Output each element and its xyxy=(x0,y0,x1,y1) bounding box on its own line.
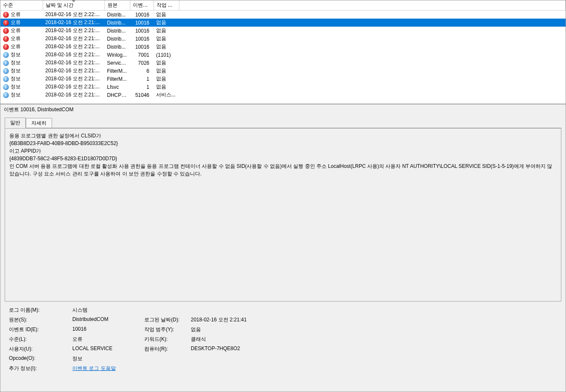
error-icon xyxy=(3,12,9,18)
source-cell: Distrib... xyxy=(104,43,130,51)
filler-cell xyxy=(179,91,566,99)
column-eventid[interactable]: 이벤트... xyxy=(130,0,154,11)
level-cell: 오류 xyxy=(0,35,43,43)
table-row[interactable]: 오류2018-02-16 오전 2:22:...Distrib...10016없… xyxy=(0,11,566,19)
info-icon xyxy=(3,76,9,82)
source-cell: Winlog... xyxy=(104,51,130,59)
date-cell: 2018-02-16 오전 2:21:... xyxy=(43,43,104,51)
date-cell: 2018-02-16 오전 2:21:... xyxy=(43,35,104,43)
logname-value: 시스템 xyxy=(72,307,140,314)
help-link[interactable]: 이벤트 로그 도움말 xyxy=(72,365,116,371)
info-icon xyxy=(3,68,9,74)
date-cell: 2018-02-16 오전 2:21:... xyxy=(43,27,104,35)
task-cell: 없음 xyxy=(154,83,179,91)
filler-cell xyxy=(179,51,566,59)
level-text: 정보 xyxy=(11,83,21,90)
eventid-cell: 6 xyxy=(130,67,154,75)
filler-cell xyxy=(179,11,566,19)
event-list[interactable]: 수준 날짜 및 시간 원본 이벤트... 작업 ... 오류2018-02-16… xyxy=(0,0,566,104)
level-cell: 정보 xyxy=(0,51,43,59)
level-label: 수준(L): xyxy=(9,336,68,343)
user-value: LOCAL SERVICE xyxy=(72,345,140,353)
event-table: 수준 날짜 및 시간 원본 이벤트... 작업 ... 오류2018-02-16… xyxy=(0,0,566,99)
table-row[interactable]: 정보2018-02-16 오전 2:21:...DHCPv...51046서비스… xyxy=(0,91,566,99)
date-cell: 2018-02-16 오전 2:21:... xyxy=(43,59,104,67)
source-cell: Lfsvc xyxy=(104,83,130,91)
source-label: 원본(S): xyxy=(9,316,68,323)
error-icon xyxy=(3,28,9,34)
task-cell: 없음 xyxy=(154,67,179,75)
level-text: 정보 xyxy=(11,91,21,99)
error-icon xyxy=(3,20,9,26)
level-text: 오류 xyxy=(11,19,21,26)
date-cell: 2018-02-16 오전 2:21:... xyxy=(43,19,104,27)
source-cell: FilterM... xyxy=(104,75,130,83)
table-row[interactable]: 정보2018-02-16 오전 2:21:...FilterM...6없음 xyxy=(0,67,566,75)
eventid-cell: 10016 xyxy=(130,27,154,35)
eventid-value: 10016 xyxy=(72,326,140,333)
column-task[interactable]: 작업 ... xyxy=(154,0,179,11)
tab-details[interactable]: 자세히 xyxy=(26,118,52,129)
date-cell: 2018-02-16 오전 2:21:... xyxy=(43,75,104,83)
date-cell: 2018-02-16 오전 2:22:... xyxy=(43,11,104,19)
logged-value: 2018-02-16 오전 2:21:41 xyxy=(191,316,557,323)
filler-cell xyxy=(179,59,566,67)
level-value: 오류 xyxy=(72,336,140,343)
filler-cell xyxy=(179,75,566,83)
level-cell: 정보 xyxy=(0,59,43,67)
user-label: 사용자(U): xyxy=(9,345,68,353)
level-cell: 오류 xyxy=(0,11,43,19)
detail-pane: 이벤트 10016, DistributedCOM 일반 자세히 응용 프로그램… xyxy=(0,104,566,392)
computer-label: 컴퓨터(R): xyxy=(144,345,187,353)
tab-content-general: 응용 프로그램별 권한 설정에서 CLSID가 {6B3B8D23-FA8D-4… xyxy=(5,128,561,387)
level-cell: 오류 xyxy=(0,19,43,27)
source-cell: Distrib... xyxy=(104,11,130,19)
task-cell: 없음 xyxy=(154,35,179,43)
task-cell: 없음 xyxy=(154,27,179,35)
level-text: 오류 xyxy=(11,35,21,42)
eventid-cell: 1 xyxy=(130,75,154,83)
level-cell: 정보 xyxy=(0,83,43,91)
header-row: 수준 날짜 및 시간 원본 이벤트... 작업 ... xyxy=(0,0,566,11)
computer-value: DESKTOP-7HQE8O2 xyxy=(191,345,557,353)
level-text: 정보 xyxy=(11,67,21,74)
error-icon xyxy=(3,36,9,42)
table-row[interactable]: 정보2018-02-16 오전 2:21:...Service...7026없음 xyxy=(0,59,566,67)
filler-cell xyxy=(179,35,566,43)
date-cell: 2018-02-16 오전 2:21:... xyxy=(43,51,104,59)
source-value: DistributedCOM xyxy=(72,316,140,323)
level-cell: 오류 xyxy=(0,43,43,51)
column-level[interactable]: 수준 xyxy=(0,0,43,11)
task-cell: 없음 xyxy=(154,19,179,27)
info-icon xyxy=(3,84,9,90)
tab-general[interactable]: 일반 xyxy=(5,118,26,128)
level-text: 오류 xyxy=(11,27,21,34)
opcode-label: Opcode(O): xyxy=(9,355,68,362)
table-row[interactable]: 오류2018-02-16 오전 2:21:...Distrib...10016없… xyxy=(0,43,566,51)
date-cell: 2018-02-16 오전 2:21:... xyxy=(43,83,104,91)
info-icon xyxy=(3,92,9,98)
date-cell: 2018-02-16 오전 2:21:... xyxy=(43,67,104,75)
column-source[interactable]: 원본 xyxy=(104,0,130,11)
table-row[interactable]: 오류2018-02-16 오전 2:21:...Distrib...10016없… xyxy=(0,19,566,27)
source-cell: FilterM... xyxy=(104,67,130,75)
table-row[interactable]: 정보2018-02-16 오전 2:21:...Lfsvc1없음 xyxy=(0,83,566,91)
eventid-cell: 10016 xyxy=(130,43,154,51)
filler-cell xyxy=(179,19,566,27)
level-text: 정보 xyxy=(11,51,21,58)
table-row[interactable]: 정보2018-02-16 오전 2:21:...FilterM...1없음 xyxy=(0,75,566,83)
table-row[interactable]: 오류2018-02-16 오전 2:21:...Distrib...10016없… xyxy=(0,35,566,43)
task-cell: 없음 xyxy=(154,11,179,19)
column-date[interactable]: 날짜 및 시간 xyxy=(43,0,104,11)
info-icon xyxy=(3,60,9,66)
task-cell: 없음 xyxy=(154,75,179,83)
opcode-value: 정보 xyxy=(72,355,140,362)
moreinfo-label: 추가 정보(I): xyxy=(9,365,68,372)
table-row[interactable]: 정보2018-02-16 오전 2:21:...Winlog...7001(11… xyxy=(0,51,566,59)
eventid-label: 이벤트 ID(E): xyxy=(9,326,68,333)
column-filler xyxy=(179,0,566,11)
table-row[interactable]: 오류2018-02-16 오전 2:21:...Distrib...10016없… xyxy=(0,27,566,35)
event-description[interactable]: 응용 프로그램별 권한 설정에서 CLSID가 {6B3B8D23-FA8D-4… xyxy=(5,128,561,302)
filler-cell xyxy=(179,43,566,51)
eventid-cell: 7026 xyxy=(130,59,154,67)
